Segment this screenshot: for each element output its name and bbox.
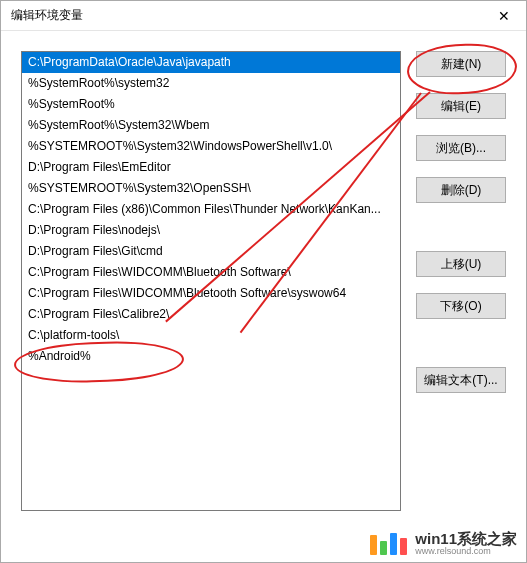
list-item[interactable]: %SYSTEMROOT%\System32\OpenSSH\ [22, 178, 400, 199]
list-item[interactable]: %SystemRoot%\system32 [22, 73, 400, 94]
watermark: win11系统之家 www.relsound.com [370, 531, 517, 557]
list-item[interactable]: %SystemRoot%\System32\Wbem [22, 115, 400, 136]
edit-button[interactable]: 编辑(E) [416, 93, 506, 119]
list-item[interactable]: C:\ProgramData\Oracle\Java\javapath [22, 52, 400, 73]
button-column: 新建(N) 编辑(E) 浏览(B)... 删除(D) 上移(U) 下移(O) 编… [416, 51, 506, 552]
dialog-content: C:\ProgramData\Oracle\Java\javapath %Sys… [1, 31, 526, 562]
titlebar: 编辑环境变量 ✕ [1, 1, 526, 31]
dialog-window: 编辑环境变量 ✕ C:\ProgramData\Oracle\Java\java… [0, 0, 527, 563]
delete-button[interactable]: 删除(D) [416, 177, 506, 203]
list-item[interactable]: D:\Program Files\Git\cmd [22, 241, 400, 262]
move-down-button[interactable]: 下移(O) [416, 293, 506, 319]
new-button[interactable]: 新建(N) [416, 51, 506, 77]
browse-button[interactable]: 浏览(B)... [416, 135, 506, 161]
list-item[interactable]: C:\Program Files\Calibre2\ [22, 304, 400, 325]
move-up-button[interactable]: 上移(U) [416, 251, 506, 277]
list-item[interactable]: C:\Program Files (x86)\Common Files\Thun… [22, 199, 400, 220]
list-item[interactable]: D:\Program Files\nodejs\ [22, 220, 400, 241]
window-title: 编辑环境变量 [11, 7, 83, 24]
close-button[interactable]: ✕ [481, 1, 526, 31]
close-icon: ✕ [498, 8, 510, 24]
edit-text-button[interactable]: 编辑文本(T)... [416, 367, 506, 393]
list-item[interactable]: %SystemRoot% [22, 94, 400, 115]
watermark-logo-icon [370, 533, 407, 555]
list-item[interactable]: C:\platform-tools\ [22, 325, 400, 346]
watermark-text: win11系统之家 www.relsound.com [415, 531, 517, 557]
list-item[interactable]: %SYSTEMROOT%\System32\WindowsPowerShell\… [22, 136, 400, 157]
watermark-sub: www.relsound.com [415, 547, 517, 557]
list-item[interactable]: C:\Program Files\WIDCOMM\Bluetooth Softw… [22, 283, 400, 304]
list-item[interactable]: D:\Program Files\EmEditor [22, 157, 400, 178]
list-item[interactable]: %Android% [22, 346, 400, 367]
path-listbox[interactable]: C:\ProgramData\Oracle\Java\javapath %Sys… [21, 51, 401, 511]
watermark-main: win11系统之家 [415, 531, 517, 548]
list-item[interactable]: C:\Program Files\WIDCOMM\Bluetooth Softw… [22, 262, 400, 283]
